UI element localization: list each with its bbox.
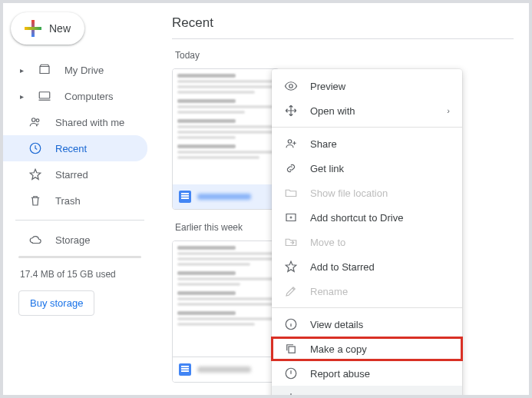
nav-label: Shared with me — [55, 117, 124, 128]
new-button-label: New — [49, 22, 71, 35]
buy-storage-button[interactable]: Buy storage — [18, 290, 94, 316]
storage-usage-text: 17.4 MB of 15 GB used — [3, 261, 157, 287]
chevron-right-icon: ▸ — [20, 92, 28, 101]
menu-separator — [272, 307, 462, 308]
svg-point-1 — [32, 118, 36, 122]
file-footer — [173, 184, 279, 209]
menu-rename: Rename — [272, 279, 462, 303]
menu-preview[interactable]: Preview — [272, 74, 462, 98]
sidebar-item-shared[interactable]: Shared with me — [3, 109, 147, 135]
divider — [15, 220, 144, 221]
file-name-blurred — [197, 194, 251, 200]
pencil-icon — [284, 284, 298, 298]
file-name-blurred — [197, 366, 251, 373]
svg-point-4 — [289, 85, 293, 88]
nav-label: My Drive — [64, 65, 104, 76]
menu-add-shortcut[interactable]: Add shortcut to Drive — [272, 205, 462, 230]
sidebar-item-trash[interactable]: Trash — [3, 187, 147, 214]
file-thumbnail — [173, 69, 279, 184]
nav-label: Starred — [55, 169, 88, 181]
info-icon — [284, 317, 298, 331]
svg-point-5 — [288, 140, 292, 144]
docs-icon — [179, 191, 191, 203]
sidebar: New ▸ My Drive ▸ Computers Shared with m… — [3, 3, 157, 395]
nav-label: Computers — [64, 91, 114, 102]
cloud-icon — [28, 232, 43, 247]
svg-rect-7 — [289, 347, 295, 353]
docs-icon — [179, 363, 191, 376]
menu-get-link[interactable]: Get link — [272, 156, 462, 181]
nav-label: Recent — [55, 143, 87, 154]
menu-show-location: Show file location — [272, 181, 462, 205]
menu-report-abuse[interactable]: Report abuse — [272, 361, 462, 386]
star-icon — [28, 167, 43, 182]
sidebar-item-storage[interactable]: Storage — [3, 227, 147, 253]
sidebar-item-starred[interactable]: Starred — [3, 161, 147, 187]
context-menu: Preview Open with› Share Get link Show f… — [272, 69, 462, 398]
people-icon — [28, 114, 43, 130]
file-card[interactable] — [172, 68, 279, 210]
drive-icon — [37, 62, 52, 78]
eye-icon — [284, 79, 298, 93]
menu-open-with[interactable]: Open with› — [272, 98, 462, 123]
page-title: Recent — [172, 12, 514, 38]
menu-view-details[interactable]: View details — [272, 312, 462, 337]
arrows-icon — [284, 104, 298, 118]
sidebar-item-my-drive[interactable]: ▸ My Drive — [3, 57, 147, 83]
menu-make-copy[interactable]: Make a copy — [272, 337, 462, 361]
menu-move-to: Move to — [272, 230, 462, 254]
menu-share[interactable]: Share — [272, 131, 462, 156]
file-card[interactable] — [172, 240, 279, 383]
link-icon — [284, 161, 298, 175]
menu-separator — [272, 127, 462, 128]
copy-icon — [284, 342, 298, 356]
sidebar-item-computers[interactable]: ▸ Computers — [3, 83, 147, 109]
folder-icon — [284, 186, 298, 200]
section-today: Today — [175, 50, 514, 61]
new-button[interactable]: New — [11, 12, 84, 45]
svg-rect-0 — [39, 92, 50, 98]
person-add-icon — [284, 137, 298, 151]
sidebar-item-recent[interactable]: Recent — [3, 135, 147, 161]
shortcut-icon — [284, 211, 298, 224]
star-icon — [284, 260, 298, 274]
report-icon — [284, 366, 298, 380]
svg-point-2 — [36, 119, 39, 122]
trash-icon — [28, 193, 43, 208]
file-footer — [173, 357, 279, 382]
file-thumbnail — [173, 241, 279, 357]
chevron-right-icon: › — [447, 106, 450, 115]
storage-bar — [18, 256, 141, 258]
menu-add-starred[interactable]: Add to Starred — [272, 254, 462, 279]
nav-label: Storage — [55, 234, 91, 246]
section-earlier-month: Earlier this month — [175, 395, 514, 398]
nav-label: Trash — [55, 195, 81, 207]
computer-icon — [37, 88, 52, 104]
clock-icon — [28, 141, 43, 156]
divider — [172, 38, 514, 39]
move-icon — [284, 235, 298, 249]
chevron-right-icon: ▸ — [20, 66, 28, 75]
plus-icon — [25, 20, 41, 37]
